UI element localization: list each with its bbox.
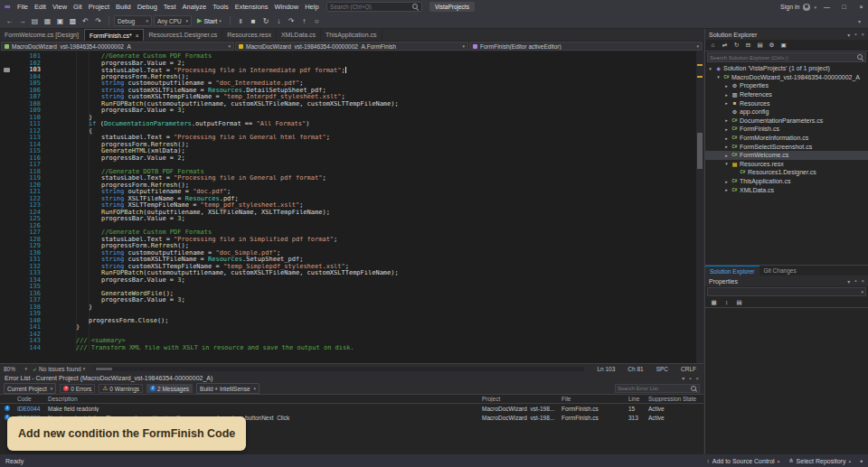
expand-icon[interactable]: ▸: [723, 92, 730, 98]
break-all-icon[interactable]: ‖: [235, 14, 247, 28]
line-ending-indicator[interactable]: CRLF: [677, 366, 700, 372]
close-tab-icon[interactable]: ×: [136, 33, 139, 39]
line-position[interactable]: Ln 103: [593, 366, 618, 372]
tree-item-resources[interactable]: ▸■Resources: [705, 98, 868, 107]
tree-item-thisapplication-cs[interactable]: ▸C#ThisApplication.cs: [705, 177, 868, 186]
code-line[interactable]: 129progressForm.Refresh();: [0, 243, 696, 250]
member-dropdown[interactable]: FormFinish(Editor activeEditor): [469, 42, 703, 51]
code-line[interactable]: 138}: [0, 304, 696, 312]
close-icon[interactable]: [861, 32, 864, 37]
code-line[interactable]: 125progressBar.Value = 3;: [0, 216, 696, 223]
code-line[interactable]: 107string customXSLTTempFileName = "temp…: [0, 94, 696, 101]
code-line[interactable]: 143/// <summary>: [0, 338, 696, 345]
warnings-filter-button[interactable]: ⚠ 0 Warnings: [99, 384, 143, 393]
column-header-code[interactable]: Code: [14, 396, 45, 402]
refresh-icon[interactable]: ↻: [731, 40, 741, 51]
collapse-icon[interactable]: ▾: [707, 66, 713, 71]
switch-views-icon[interactable]: ⇄: [720, 40, 730, 51]
open-file-icon[interactable]: ▦: [42, 14, 53, 28]
find-in-files-icon[interactable]: ○: [311, 14, 323, 28]
code-line[interactable]: 127//Generate Custom PDF Formats: [0, 229, 696, 237]
tree-item-formselectscreenshot-cs[interactable]: ▸C#FormSelectScreenshot.cs: [705, 142, 868, 151]
code-line[interactable]: 102progressBar.Value = 2;: [0, 61, 696, 68]
doc-tab-thisapplication-cs[interactable]: ThisApplication.cs: [321, 29, 382, 41]
code-line[interactable]: 133RunFOPBatch(customoutputfilename, cus…: [0, 270, 696, 277]
code-editor[interactable]: 101//Generate Custom PDF Formats102progr…: [0, 51, 703, 363]
tree-item-documentationparameters-cs[interactable]: ▸C#DocumentationParameters.cs: [705, 117, 868, 126]
code-line[interactable]: 119statusLabel.Text = "Processing file i…: [0, 175, 696, 182]
code-line[interactable]: 134progressBar.Value = 3;: [0, 277, 696, 285]
doc-tab-formfinish-cs[interactable]: FormFinish.cs*×: [84, 29, 144, 41]
alphabetical-icon[interactable]: ↕: [722, 295, 731, 309]
menu-extensions[interactable]: Extensions: [231, 0, 271, 14]
window-position-icon[interactable]: [847, 278, 850, 285]
code-line[interactable]: 116progressBar.Value = 2;: [0, 155, 696, 163]
code-line[interactable]: 141}: [0, 324, 696, 332]
column-header-description[interactable]: Description: [45, 396, 479, 402]
expand-icon[interactable]: ▸: [723, 135, 730, 141]
project-dropdown[interactable]: MacroDocWizard_vst-19846354-00000002_A: [1, 42, 234, 51]
column-position[interactable]: Ch 81: [624, 366, 646, 372]
code-line[interactable]: 135: [0, 284, 696, 291]
errors-filter-button[interactable]: × 0 Errors: [60, 384, 95, 393]
restart-icon[interactable]: ↻: [260, 14, 272, 28]
scope-dropdown[interactable]: Current Project: [4, 383, 56, 394]
error-search-input[interactable]: [618, 386, 691, 391]
code-line[interactable]: 130string customoutputfilename = "doc_Si…: [0, 250, 696, 257]
stop-icon[interactable]: ■: [248, 14, 259, 28]
expand-icon[interactable]: ▸: [723, 117, 730, 123]
collapse-icon[interactable]: ▾: [723, 161, 730, 166]
expand-icon[interactable]: ▸: [723, 153, 730, 158]
expand-icon[interactable]: ▸: [723, 83, 730, 89]
menu-test[interactable]: Test: [160, 0, 179, 14]
step-out-icon[interactable]: ↑: [298, 14, 310, 28]
health-indicator[interactable]: ✓ No issues found: [33, 366, 85, 372]
doc-tab-formwelcome-cs-design[interactable]: FormWelcome.cs [Design]: [0, 29, 84, 41]
add-to-source-control-button[interactable]: Add to Source Control: [707, 458, 780, 464]
menu-edit[interactable]: Edit: [32, 0, 50, 14]
code-line[interactable]: 123string XSLTTempFileName = "temp_pdf_s…: [0, 202, 696, 210]
expand-icon[interactable]: ▸: [723, 187, 730, 192]
panel-tab-solution-explorer[interactable]: Solution Explorer: [705, 266, 760, 276]
tree-item-macrodocwizard-vst-19846354-00000002-a[interactable]: ▾C#MacroDocWizard_vst-19846354-00000002_…: [705, 73, 868, 82]
code-line[interactable]: 137progressBar.Value = 3;: [0, 297, 696, 304]
code-line[interactable]: 101//Generate Custom PDF Formats: [0, 53, 696, 61]
new-file-icon[interactable]: ▤: [29, 14, 41, 28]
code-line[interactable]: 104progressForm.Refresh();: [0, 74, 696, 81]
code-line[interactable]: 120progressForm.Refresh();: [0, 182, 696, 190]
expand-icon[interactable]: ▸: [723, 126, 730, 132]
editor-vertical-scrollbar[interactable]: [696, 51, 703, 363]
tree-item-properties[interactable]: ▸⚙Properties: [705, 81, 868, 90]
panel-tab-git-changes[interactable]: Git Changes: [760, 266, 801, 276]
tree-item-resources1-designer-cs[interactable]: C#Resources1.Designer.cs: [705, 168, 868, 177]
redo-icon[interactable]: ↷: [92, 14, 104, 28]
tree-item-formfinish-cs[interactable]: ▸C#FormFinish.cs: [705, 125, 868, 134]
doc-tab-resources-resx[interactable]: Resources.resx: [222, 29, 277, 41]
maximize-button[interactable]: [837, 0, 851, 14]
step-over-icon[interactable]: ↷: [286, 14, 297, 28]
spaces-indicator[interactable]: SPC: [653, 366, 672, 372]
code-line[interactable]: 105string customoutputfilename = "doc_In…: [0, 80, 696, 88]
account-button[interactable]: VistaProjects: [429, 2, 475, 12]
pin-icon[interactable]: [854, 32, 856, 37]
tree-item-formwelcome-cs[interactable]: ▸C#FormWelcome.cs: [705, 151, 868, 160]
zoom-dropdown[interactable]: 80%: [4, 366, 27, 372]
menu-analyze[interactable]: Analyze: [179, 0, 210, 14]
sign-in-button[interactable]: Sign in: [780, 4, 799, 10]
column-header-file[interactable]: File: [559, 396, 626, 402]
code-line[interactable]: 139: [0, 311, 696, 318]
notifications-icon[interactable]: [860, 458, 863, 463]
properties-gear-icon[interactable]: ⚙: [767, 40, 777, 51]
column-header-line[interactable]: Line: [626, 396, 646, 402]
solution-search-input[interactable]: [710, 55, 857, 61]
categorized-icon[interactable]: ▦: [709, 295, 719, 309]
tree-item-formmoreinformation-cs[interactable]: ▸C#FormMoreInformation.cs: [705, 134, 868, 143]
toolbar-overflow-icon[interactable]: [854, 18, 864, 24]
expand-icon[interactable]: ▸: [723, 144, 730, 149]
code-line[interactable]: 121string outputfilename = "doc.pdf";: [0, 189, 696, 196]
code-line[interactable]: 126: [0, 223, 696, 230]
step-into-icon[interactable]: ↓: [273, 14, 285, 28]
property-pages-icon[interactable]: ▤: [734, 295, 744, 309]
menu-build[interactable]: Build: [113, 0, 135, 14]
expand-icon[interactable]: ▸: [723, 179, 730, 184]
